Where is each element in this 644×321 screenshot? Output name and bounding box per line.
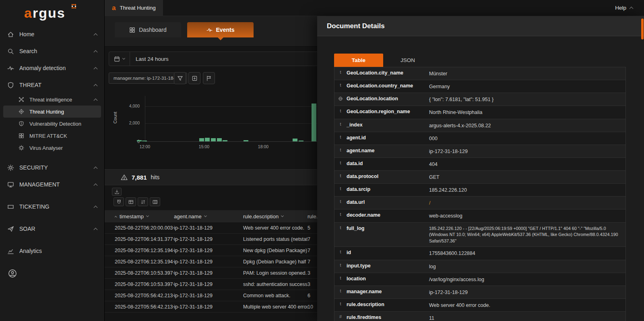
export-button[interactable] xyxy=(112,188,122,196)
field-row: trule.descriptionWeb server 400 error co… xyxy=(334,299,625,312)
sidebar-item-virus-analyser[interactable]: Virus Analyser xyxy=(0,142,104,154)
column-header-rule-description[interactable]: rule.description xyxy=(243,213,308,220)
flag-icon xyxy=(206,75,212,81)
columns-tool-button[interactable] xyxy=(150,197,160,206)
table-cell: Web server 400 error code. xyxy=(243,225,308,231)
field-type xyxy=(334,93,347,101)
field-key: full_log xyxy=(347,223,429,231)
tab-events-label: Events xyxy=(216,27,235,33)
table-cell: Dpkg (Debian Package) half xyxy=(243,259,308,265)
text-type-icon: t xyxy=(340,199,341,204)
field-value: 185.242.226.120 xyxy=(429,184,625,196)
sidebar-item-threat-hunting[interactable]: Threat Hunting xyxy=(3,106,101,118)
field-row: tdata.id404 xyxy=(334,158,625,171)
field-type: t xyxy=(334,273,347,280)
sidebar-item-threat[interactable]: THREAT xyxy=(0,77,104,93)
field-value: 185.242.226.120 - - [22/Aug/2025:06:19:5… xyxy=(429,223,625,247)
field-key: agent.id xyxy=(347,132,429,141)
table-view-button[interactable] xyxy=(126,197,136,206)
field-key: data.protocol xyxy=(347,171,429,179)
help-button[interactable]: Help xyxy=(615,5,644,11)
text-type-icon: t xyxy=(340,148,341,152)
profile-button[interactable] xyxy=(4,265,21,282)
field-value: North Rhine-Westphalia xyxy=(429,106,625,118)
field-value: GET xyxy=(429,171,625,183)
chevron-down-icon xyxy=(281,214,284,217)
flyout-tabs: TableJSON xyxy=(334,54,432,67)
table-cell: ip-172-31-18-129 xyxy=(174,270,243,276)
sidebar-item-ticketing[interactable]: TICKETING xyxy=(0,198,104,215)
scrollbar-thumb[interactable] xyxy=(641,19,644,39)
filter-options-button[interactable] xyxy=(174,72,186,84)
field-type: t xyxy=(334,223,347,230)
field-value: Germany xyxy=(429,80,625,93)
tab-dashboard[interactable]: Dashboard xyxy=(115,22,181,37)
sidebar-item-label: MITRE ATT&CK xyxy=(29,133,97,139)
chevron-up-icon xyxy=(94,98,98,102)
field-type: t xyxy=(334,106,347,113)
text-type-icon: t xyxy=(340,83,341,87)
histogram-bar xyxy=(199,138,204,141)
chevron-up-icon xyxy=(94,33,98,37)
field-type: t xyxy=(334,299,347,306)
app-tab-label: Threat Hunting xyxy=(120,5,155,11)
field-type: t xyxy=(334,260,347,267)
sidebar-item-search[interactable]: Search xyxy=(0,43,104,60)
chevron-up-icon xyxy=(630,7,634,11)
pin-tool-button[interactable] xyxy=(114,197,124,206)
chevron-up-icon xyxy=(94,205,98,209)
intel-icon xyxy=(19,97,24,102)
field-row: tGeoLocation.region_nameNorth Rhine-West… xyxy=(334,106,625,119)
sidebar-item-home[interactable]: Home xyxy=(0,26,104,43)
logo-letter-a: a xyxy=(24,5,33,21)
calendar-dropdown[interactable] xyxy=(109,52,130,66)
scrollbar-track[interactable] xyxy=(641,17,644,320)
text-type-icon: t xyxy=(340,263,341,267)
sort-arrows-icon xyxy=(140,199,146,205)
sidebar-item-soar[interactable]: SOAR xyxy=(0,220,104,237)
sidebar-item-vulnerability-detection[interactable]: Vulnerability Detection xyxy=(0,118,104,130)
warning-icon xyxy=(121,174,128,181)
table-icon xyxy=(128,199,134,205)
sidebar-item-threat-intelligence[interactable]: Threat intelligence xyxy=(0,93,104,106)
field-key: GeoLocation.region_name xyxy=(347,106,429,114)
table-cell: 2025-08-22T05:56:42.213+00:00 xyxy=(115,293,174,298)
chevron-up-icon xyxy=(94,166,98,170)
add-filter-icon xyxy=(192,75,198,81)
table-cell: sshd: authentication success. xyxy=(243,282,308,287)
sidebar-item-anomaly-detection[interactable]: Anomaly detection xyxy=(0,60,104,77)
sidebar-item-security[interactable]: SECURITY xyxy=(0,159,104,176)
add-filter-button[interactable] xyxy=(188,72,200,84)
flyout-tab-table[interactable]: Table xyxy=(334,54,383,67)
column-header-agent-name[interactable]: agent.name xyxy=(174,213,243,220)
sidebar-item-management[interactable]: MANAGEMENT xyxy=(0,176,104,193)
field-value: ip-172-31-18-129 xyxy=(429,145,625,157)
app-tab-threat-hunting[interactable]: a Threat Hunting xyxy=(105,0,163,16)
chevron-down-icon xyxy=(122,57,125,60)
table-cell: ip-172-31-18-129 xyxy=(174,293,243,298)
y-tick: 2,000 xyxy=(115,120,140,125)
field-row: t_indexargus-alerts-4.x-2025.08.22 xyxy=(334,119,625,132)
user-icon xyxy=(8,269,17,278)
sidebar-item-analytics[interactable]: Analytics xyxy=(0,242,104,259)
table-cell: ip-172-31-18-129 xyxy=(174,282,243,287)
field-type: t xyxy=(334,286,347,293)
field-type: t xyxy=(334,132,347,139)
flag-button[interactable] xyxy=(203,72,215,84)
histogram-bar xyxy=(293,139,297,141)
field-row: tdecoder.nameweb-accesslog xyxy=(334,209,625,222)
field-key: rule.description xyxy=(347,299,429,307)
flyout-tab-json[interactable]: JSON xyxy=(383,54,432,67)
sidebar-item-label: Anomaly detection xyxy=(19,65,89,71)
field-key: GeoLocation.location xyxy=(347,93,429,101)
sidebar-item-mitre-att-ck[interactable]: MITRE ATT&CK xyxy=(0,130,104,142)
sort-tool-button[interactable] xyxy=(138,197,148,206)
table-cell: ip-172-31-18-129 xyxy=(174,225,243,231)
field-value: Münster xyxy=(429,67,625,80)
column-header-timestamp[interactable]: timestamp xyxy=(115,213,174,220)
table-cell: Multiple web server 400 error xyxy=(243,304,308,310)
field-row: tGeoLocation.country_nameGermany xyxy=(334,80,625,93)
field-key: agent.name xyxy=(347,145,429,153)
dashboard-grid-icon xyxy=(129,27,135,33)
tab-events[interactable]: Events xyxy=(187,22,254,37)
